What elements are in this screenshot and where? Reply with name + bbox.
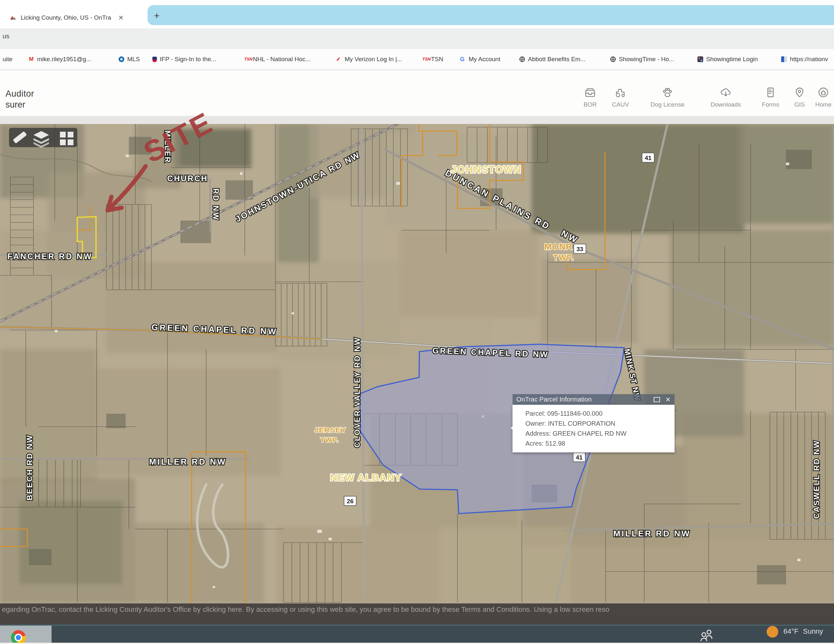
road-label: CASWELL RD NW — [812, 440, 821, 519]
address-bar[interactable] — [0, 28, 834, 49]
field-value: 512.98 — [545, 440, 565, 447]
scanned-screenshot-page: Licking County, Ohio, US - OnTra ✕ + us … — [0, 0, 834, 644]
place-label-johnstown: JOHNSTOWN — [451, 164, 522, 175]
road-label: MILLER RD NW — [613, 529, 691, 538]
popup-body: Parcel: 095-111846-00.000 Owner: INTEL C… — [512, 405, 674, 452]
forms-icon — [764, 86, 777, 98]
bookmark-item[interactable]: TSNTSN — [422, 49, 443, 69]
globe-icon — [519, 56, 525, 62]
road-label: FANCHER RD NW — [7, 252, 93, 261]
weather-temp: 64°F — [784, 627, 798, 636]
header-title-line2: surer — [5, 100, 26, 110]
verizon-icon: ✓ — [336, 56, 342, 62]
nav-item-cauv[interactable]: CAUV — [601, 86, 640, 108]
site-favicon-icon — [10, 15, 17, 21]
parcel-info-popup: OnTrac Parcel Information ✕ Parcel: 095-… — [512, 394, 674, 452]
cauv-icon — [614, 86, 627, 98]
popup-header[interactable]: OnTrac Parcel Information ✕ — [512, 394, 674, 405]
new-tab-button[interactable]: + — [154, 11, 160, 21]
google-icon: G — [460, 56, 466, 62]
bookmark-item[interactable]: IFP - Sign-In to the... — [152, 49, 216, 69]
route-shield-41: 41 — [575, 454, 583, 461]
map-toolbar — [9, 128, 77, 148]
gis-map-canvas[interactable]: JOHNSTOWN-UTICA RD NW CHURCH RD NW MILLE… — [0, 124, 834, 604]
nav-item-home[interactable]: Home — [804, 86, 834, 108]
bookmarks-bar: uite Mmike.riley1951@g... MLS IFP - Sign… — [0, 49, 834, 70]
popup-title: OnTrac Parcel Information — [516, 396, 592, 403]
bookmark-item[interactable]: GMy Account — [460, 49, 500, 69]
tsn-icon: TSN — [422, 56, 428, 62]
nav-item-downloads[interactable]: Downloads — [706, 86, 745, 108]
tab-strip-empty-area — [147, 5, 834, 25]
field-label: Parcel: — [525, 410, 545, 417]
gmail-icon: M — [28, 56, 34, 62]
scan-edge-artifact — [832, 124, 834, 604]
tsn-icon: TSN — [244, 56, 250, 62]
disclaimer-bar: egarding OnTrac, contact the Licking Cou… — [0, 604, 834, 625]
weather-condition: Sunny — [803, 627, 823, 636]
road-label: MILLER RD NW — [149, 457, 226, 466]
field-label: Owner: — [525, 420, 546, 427]
home-icon — [817, 86, 829, 98]
nfl-icon — [152, 56, 157, 62]
people-icon[interactable] — [700, 629, 714, 641]
road-label: CHURCH — [167, 174, 208, 183]
url-text: us — [3, 32, 9, 40]
bookmark-item[interactable]: TSNNHL - National Hoc... — [244, 49, 310, 69]
road-label: CLOVER VALLEY RD NW — [353, 337, 361, 447]
bookmark-item[interactable]: ShowingTime - Ho... — [610, 49, 674, 69]
dog-license-icon — [661, 86, 674, 98]
close-icon[interactable]: ✕ — [665, 396, 671, 404]
header-title-line1: Auditor — [5, 89, 34, 99]
bookmark-item[interactable]: https://nationv — [781, 49, 828, 69]
field-label: Acres: — [525, 440, 544, 447]
bookmark-item[interactable]: Showingtime Login — [697, 49, 758, 69]
field-value: INTEL CORPORATION — [548, 420, 615, 427]
nav-item-dog-license[interactable]: Dog License — [648, 86, 687, 108]
tab-strip: Licking County, Ohio, US - OnTra ✕ + — [0, 0, 834, 28]
bor-icon — [584, 86, 596, 98]
downloads-icon — [720, 86, 732, 98]
field-value: GREEN CHAPEL RD NW — [553, 430, 627, 437]
bookmark-item[interactable]: MLS — [118, 49, 140, 69]
nationwide-icon — [781, 56, 787, 62]
county-site-header: Auditor surer BOR CAUV Dog License Downl… — [0, 70, 834, 116]
road-label: MILLER — [163, 131, 172, 163]
mls-icon — [118, 56, 124, 62]
bookmark-item[interactable]: uite — [3, 49, 13, 69]
chrome-icon[interactable] — [11, 630, 26, 644]
weather-widget[interactable]: 64°F Sunny — [784, 627, 823, 636]
route-shield-33: 33 — [576, 246, 583, 252]
place-label-jersey-twp: JERSEY — [314, 426, 346, 434]
place-label-monroe-twp: TWP. — [553, 253, 574, 262]
header-divider — [0, 116, 834, 124]
showingtime-login-icon — [697, 56, 703, 62]
field-value: 095-111846-00.000 — [547, 410, 603, 417]
field-label: Address: — [525, 430, 551, 437]
tab-close-icon[interactable]: ✕ — [118, 14, 124, 22]
bookmark-item[interactable]: Mmike.riley1951@g... — [28, 49, 91, 69]
globe-icon — [610, 56, 616, 62]
place-label-jersey-twp: TWP. — [320, 436, 339, 443]
maximize-icon[interactable] — [654, 397, 660, 402]
road-label: RD NW — [212, 188, 220, 221]
scan-bottom-edge — [0, 643, 834, 644]
bookmark-item[interactable]: Abbott Benefits Em... — [519, 49, 585, 69]
road-label: BEECH RD NW — [25, 434, 34, 500]
sun-icon — [767, 626, 778, 638]
place-label-monroe-twp: MONR — [545, 242, 572, 252]
route-shield-41: 41 — [645, 155, 652, 161]
tab-title: Licking County, Ohio, US - OnTra — [21, 14, 111, 21]
browser-tab[interactable]: Licking County, Ohio, US - OnTra ✕ — [10, 10, 124, 26]
route-shield-26: 26 — [347, 498, 353, 505]
bookmark-item[interactable]: ✓My Verizon Log In |... — [336, 49, 402, 69]
taskbar-left-block — [0, 626, 52, 644]
place-label-new-albany: NEW ALBANY — [330, 472, 402, 483]
